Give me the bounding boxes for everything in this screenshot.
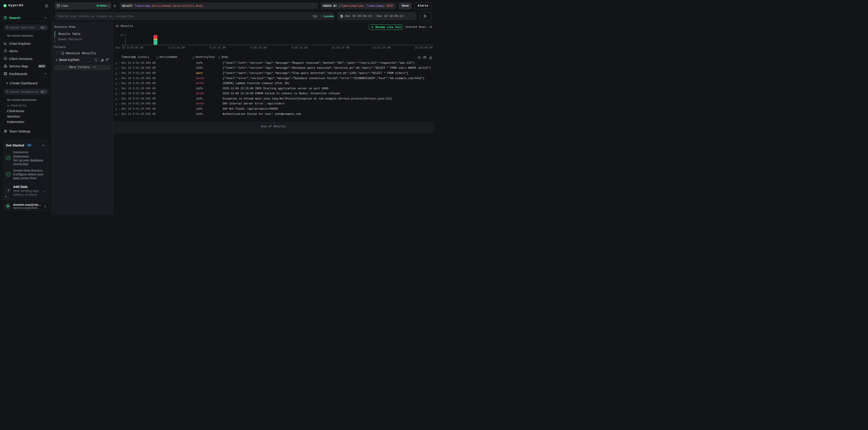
svg-text:9:56:30 AM: 9:56:30 AM [250, 46, 267, 49]
svg-text:9:58:30 AM: 9:58:30 AM [291, 46, 308, 49]
svg-text:10:02:30 AM: 10:02:30 AM [372, 46, 390, 49]
svg-text:Dec 10 9:50:00 AM: Dec 10 9:50:00 AM [116, 46, 143, 49]
svg-text:9:54:30 AM: 9:54:30 AM [210, 46, 226, 49]
svg-text:12: 12 [121, 34, 124, 37]
svg-text:9:52:30 AM: 9:52:30 AM [168, 46, 185, 49]
svg-text:10:00:30 AM: 10:00:30 AM [331, 46, 349, 49]
svg-text:10:05:00 AM: 10:05:00 AM [414, 46, 432, 49]
